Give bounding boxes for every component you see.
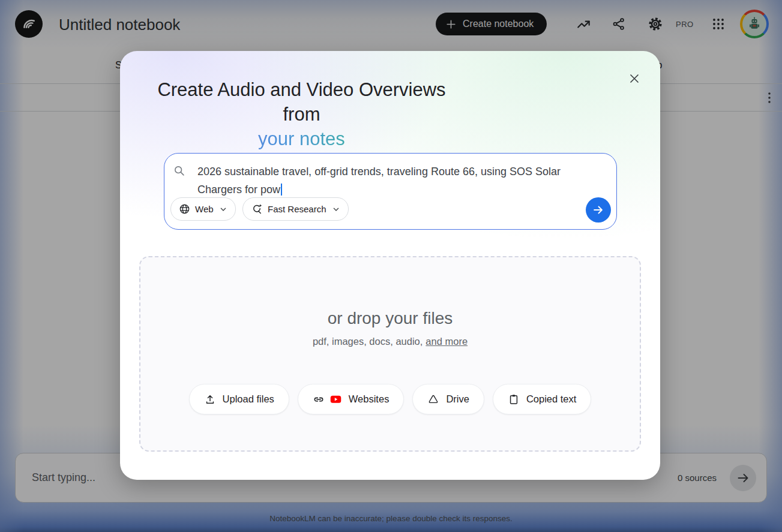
upload-icon [204,393,216,405]
websites-label: Websites [349,393,389,405]
chevron-down-icon [331,205,341,214]
drive-label: Drive [446,393,469,405]
chevron-down-icon [218,205,228,214]
drop-zone-formats: pdf, images, docs, audio,and more [140,336,640,347]
youtube-icon [329,393,342,405]
drive-icon [427,393,439,405]
and-more-link[interactable]: and more [426,336,468,347]
link-icon [313,393,325,405]
modal-title-line1: Create Audio and Video Overviews from [138,77,465,127]
upload-files-button[interactable]: Upload files [189,384,289,414]
create-overview-modal: Create Audio and Video Overviews from yo… [120,51,660,480]
source-scope-dropdown[interactable]: Web [170,197,236,221]
text-cursor [281,184,282,196]
file-drop-zone[interactable]: or drop your files pdf, images, docs, au… [139,256,641,452]
notebooklm-app: Untitled notebook Create notebook PRO So… [0,0,782,532]
research-search-box: 2026 sustainable travel, off-grid trends… [164,153,617,230]
modal-title-line2: your notes [138,127,465,151]
clipboard-icon [508,393,520,405]
fast-research-icon [251,203,263,215]
source-scope-label: Web [195,204,214,214]
search-icon [173,164,186,178]
globe-icon [179,203,190,215]
copied-text-button[interactable]: Copied text [493,384,591,414]
research-query-input[interactable]: 2026 sustainable travel, off-grid trends… [197,163,594,199]
copied-text-label: Copied text [526,393,576,405]
websites-button[interactable]: Websites [298,384,405,414]
research-mode-label: Fast Research [268,204,326,214]
modal-title: Create Audio and Video Overviews from yo… [138,77,465,151]
upload-files-label: Upload files [223,393,274,405]
research-mode-dropdown[interactable]: Fast Research [242,197,349,221]
drop-zone-title: or drop your files [140,309,640,328]
drive-button[interactable]: Drive [412,384,484,414]
source-buttons-row: Upload files Websites Drive [140,384,640,414]
close-icon[interactable] [626,71,643,88]
submit-research-button[interactable] [586,197,611,223]
